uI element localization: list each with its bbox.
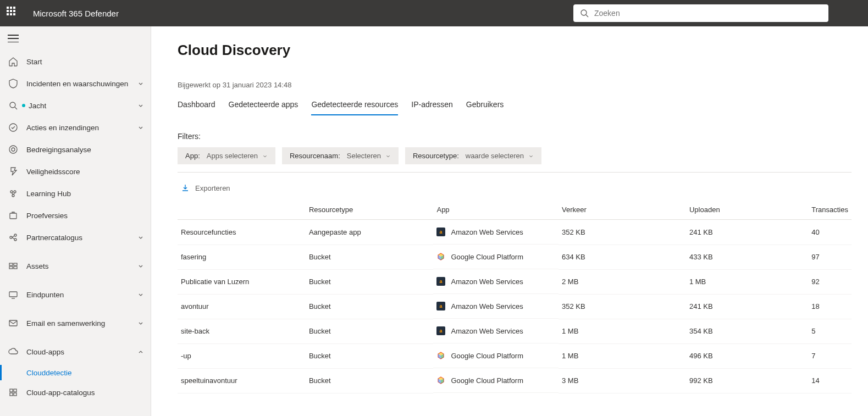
tab-disc_res[interactable]: Gedetecteerde resources: [311, 100, 398, 115]
filter-prefix: App:: [185, 152, 200, 160]
svg-rect-18: [10, 389, 13, 392]
svg-rect-17: [9, 320, 17, 326]
sidebar-item-cloudcatalog[interactable]: Cloud-app-catalogus: [0, 382, 151, 402]
sidebar-item-label: Cloud-apps: [26, 348, 137, 356]
sidebar-item-assets[interactable]: Assets: [0, 255, 151, 277]
sidebar-item-actions[interactable]: Acties en inzendingen: [0, 117, 151, 138]
sidebar-item-cloudapps[interactable]: Cloud-apps: [0, 341, 151, 363]
sidebar-item-score[interactable]: Veiligheidsscore: [0, 160, 151, 182]
table-row[interactable]: Publicatie van LuzernBucketaAmazon Web S…: [178, 269, 852, 294]
sidebar-item-label: Acties en inzendingen: [26, 124, 137, 132]
app-launcher-icon[interactable]: [7, 7, 20, 20]
cloudapps-icon: [8, 346, 19, 357]
svg-rect-12: [9, 263, 13, 265]
cell-upload: 433 KB: [686, 245, 808, 269]
filter-restype[interactable]: Resourcetype: waarde selecteren: [405, 147, 541, 164]
updated-timestamp: Bijgewerkt op 31 januari 2023 14:48: [178, 81, 852, 89]
sidebar-item-clouddetection[interactable]: Clouddetectie: [0, 363, 151, 382]
tab-users[interactable]: Gebruikers: [466, 100, 504, 115]
sidebar-item-threat[interactable]: Bedreigingsanalyse: [0, 138, 151, 160]
svg-rect-14: [9, 267, 13, 269]
table-row[interactable]: -upBucketGoogle Cloud Platform1 MB496 KB…: [178, 343, 852, 368]
sidebar-item-endpoints[interactable]: Eindpunten: [0, 284, 151, 306]
sidebar-item-partner[interactable]: Partnercatalogus: [0, 226, 151, 248]
col-header-trans[interactable]: Transacties: [808, 200, 852, 220]
col-header-upload[interactable]: Uploaden: [686, 200, 808, 220]
svg-rect-15: [14, 267, 17, 269]
search-input[interactable]: [594, 9, 822, 18]
sidebar-item-trials[interactable]: Proefversies: [0, 204, 151, 226]
svg-rect-16: [9, 292, 17, 297]
cell-name: site-back: [178, 319, 306, 343]
svg-point-2: [10, 102, 15, 108]
aws-icon: a: [436, 277, 445, 286]
filter-resname[interactable]: Resourcenaam: Selecteren: [282, 147, 399, 164]
page-title: Cloud Discovery: [178, 42, 852, 59]
cell-traffic: 3 MB: [559, 368, 686, 393]
sidebar-item-learning[interactable]: Learning Hub: [0, 182, 151, 204]
cell-name: avontuur: [178, 294, 306, 319]
sidebar-item-incidents[interactable]: Incidenten en waarschuwingen: [0, 73, 151, 95]
cell-type: Bucket: [306, 294, 434, 319]
sidebar-item-label: Clouddetectie: [26, 369, 144, 377]
threat-icon: [8, 144, 19, 155]
sidebar-item-label: Proefversies: [26, 212, 144, 220]
cell-trans: 92: [808, 269, 852, 294]
tabs: DashboardGedetecteerde appsGedetecteerde…: [178, 100, 852, 115]
learning-icon: [8, 188, 19, 199]
cell-app: Google Cloud Platform: [433, 343, 559, 368]
cloudcatalog-icon: [8, 387, 19, 398]
svg-point-0: [581, 10, 587, 15]
cell-traffic: 2 MB: [559, 269, 686, 294]
tab-dashboard[interactable]: Dashboard: [178, 100, 215, 115]
cell-traffic: 352 KB: [559, 294, 686, 319]
svg-line-1: [586, 15, 588, 17]
sidebar-item-label: Jacht: [29, 102, 137, 110]
search-box[interactable]: [573, 4, 828, 22]
sidebar-item-label: Incidenten en waarschuwingen: [26, 80, 137, 88]
table-row[interactable]: faseringBucketGoogle Cloud Platform634 K…: [178, 245, 852, 269]
cell-upload: 241 KB: [686, 220, 808, 245]
table-row[interactable]: avontuurBucketaAmazon Web Services352 KB…: [178, 294, 852, 319]
cell-upload: 241 KB: [686, 294, 808, 319]
col-header-type[interactable]: Resourcetype: [306, 200, 434, 220]
cell-upload: 496 KB: [686, 343, 808, 368]
cell-trans: 14: [808, 368, 852, 393]
filter-app[interactable]: App: Apps selecteren: [178, 147, 275, 164]
sidebar-item-label: Email en samenwerking: [26, 319, 137, 328]
col-header-app[interactable]: App: [433, 200, 559, 220]
table-row[interactable]: site-backBucketaAmazon Web Services1 MB3…: [178, 319, 852, 343]
table-row[interactable]: speeltuinavontuurBucketGoogle Cloud Plat…: [178, 368, 852, 393]
svg-point-6: [14, 191, 16, 193]
svg-rect-19: [14, 389, 16, 392]
export-button[interactable]: Exporteren: [178, 184, 852, 192]
sidebar-item-email[interactable]: Email en samenwerking: [0, 312, 151, 334]
cell-name: Resourcefuncties: [178, 220, 306, 245]
col-header-traffic[interactable]: Verkeer: [559, 200, 686, 220]
col-header-name[interactable]: [178, 200, 306, 220]
cell-app: aAmazon Web Services: [433, 319, 559, 343]
filter-value: Apps selecteren: [207, 152, 258, 160]
gcp-icon: [436, 351, 445, 360]
cell-traffic: 634 KB: [559, 245, 686, 269]
cell-trans: 7: [808, 343, 852, 368]
cell-type: Bucket: [306, 245, 434, 269]
sidebar-item-label: Bedreigingsanalyse: [26, 146, 144, 154]
home-icon: [8, 56, 19, 67]
cell-type: Bucket: [306, 368, 434, 393]
filter-value: waarde selecteren: [466, 152, 524, 160]
cell-traffic: 352 KB: [559, 220, 686, 245]
cell-name: speeltuinavontuur: [178, 368, 306, 393]
table-row[interactable]: ResourcefunctiesAangepaste appaAmazon We…: [178, 220, 852, 245]
sidebar-item-label: Veiligheidsscore: [26, 168, 144, 176]
gcp-icon: [436, 252, 445, 261]
sidebar-item-home[interactable]: Start: [0, 51, 151, 73]
tab-disc_apps[interactable]: Gedetecteerde apps: [229, 100, 298, 115]
tab-ips[interactable]: IP-adressen: [411, 100, 452, 115]
cell-app: Google Cloud Platform: [433, 368, 559, 393]
filter-value: Selecteren: [347, 152, 381, 160]
hamburger-menu-icon[interactable]: [8, 35, 19, 42]
content: Cloud Discovery Bijgewerkt op 31 januari…: [151, 26, 868, 416]
sidebar-item-hunting[interactable]: Jacht: [0, 95, 151, 117]
assets-icon: [8, 260, 19, 271]
